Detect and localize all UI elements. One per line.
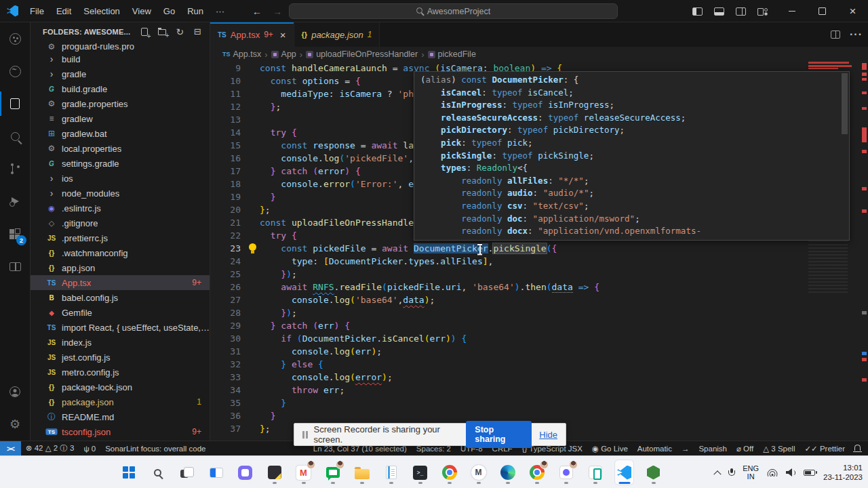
wifi-icon[interactable] [767,469,778,476]
hover-tooltip[interactable]: (alias) const DocumentPicker: { isCancel… [414,71,850,241]
code-line-35[interactable]: 35 } [210,396,868,409]
file-metro.config.js[interactable]: JSmetro.config.js [31,365,210,380]
status-ports[interactable]: ψ 0 [79,441,100,455]
menu-item-file[interactable]: File [24,0,50,22]
status-go-live[interactable]: ◉ Go Live [587,441,633,455]
collapse-folders-button[interactable] [190,24,205,39]
file-.gitignore[interactable]: ◇.gitignore [31,216,210,230]
taskbar-chrome-button[interactable] [440,460,458,485]
activity-run-debug[interactable] [0,185,30,218]
file-index.js[interactable]: JSindex.js [31,335,210,350]
volume-icon[interactable] [786,468,795,476]
activity-docs[interactable] [0,250,30,283]
tab-app.tsx[interactable]: TSApp.tsx9+× [210,22,294,47]
taskbar-phone-link-button[interactable] [586,460,604,485]
clock[interactable]: 13:01 23-11-2023 [823,463,863,482]
activity-account[interactable] [0,375,30,408]
code-line-30[interactable]: 30 if (DocumentPicker.isCancel(err)) { [210,332,868,345]
file-app.tsx[interactable]: TSApp.tsx9+ [31,275,210,290]
code-line-23[interactable]: 23 const pickedFile = await DocumentPick… [210,242,868,255]
file-gemfile[interactable]: ◆Gemfile [31,305,210,320]
taskbar-app-m-button[interactable]: M [469,460,488,485]
code-line-34[interactable]: 34 throw err; [210,384,868,396]
code-line-31[interactable]: 31 console.log(err); [210,345,868,358]
folders-section-title[interactable]: FOLDERS: AWESOME... [43,28,130,36]
file-babel.config.js[interactable]: Bbabel.config.js [31,290,210,305]
taskbar-notepad-button[interactable] [382,460,400,485]
status-remote[interactable]: >< [0,441,21,455]
new-file-button[interactable] [137,24,152,39]
code-line-27[interactable]: 27 console.log('base64',data); [210,293,868,306]
toggle-sidebar-icon[interactable] [692,7,703,16]
status-spell-checker[interactable]: △ 3 Spell [758,441,800,455]
code-line-33[interactable]: 33 console.log(error); [210,371,868,384]
status-prettier[interactable]: ✓✓ Prettier [800,441,850,455]
file-.watchmanconfig[interactable]: {}.watchmanconfig [31,245,210,260]
folder-node-modules[interactable]: ›node_modules [31,186,210,201]
code-editor[interactable]: 9const handleCameraLaunch = async (isCam… [210,62,868,441]
file-build.gradle[interactable]: Gbuild.gradle [31,81,210,96]
tooltip-scrollbar[interactable] [842,73,848,134]
file-gradlew[interactable]: ≡gradlew [31,111,210,126]
code-line-24[interactable]: 24 type: [DocumentPicker.types.allFiles]… [210,255,868,268]
new-folder-button[interactable] [155,24,170,39]
taskbar-chat-button[interactable] [236,460,254,485]
taskbar-start-button[interactable] [119,460,138,485]
code-line-28[interactable]: 28 }); [210,306,868,319]
split-editor-icon[interactable] [831,30,840,39]
taskbar-terminal-button[interactable]: >_ [411,460,429,485]
menu-item-selection[interactable]: Selection [77,0,125,22]
forward-icon[interactable]: → [273,6,282,17]
file-jest.config.js[interactable]: JSjest.config.js [31,350,210,365]
file-.eslintrc.js[interactable]: ◉.eslintrc.js [31,201,210,216]
folder-ios[interactable]: ›ios [31,171,210,186]
activity-explorer[interactable] [0,87,30,120]
activity-extension-circle[interactable] [0,55,30,87]
toggle-panel-icon[interactable] [714,7,724,16]
status-translate-arrow[interactable]: → [677,441,694,455]
language-indicator[interactable]: ENG IN [743,464,759,481]
file-package-lock.json[interactable]: {}package-lock.json [31,380,210,394]
file-.prettierrc.js[interactable]: JS.prettierrc.js [31,230,210,245]
folder-build[interactable]: ›build [31,52,210,66]
status-mic-status[interactable]: ⌀ Off [732,441,758,455]
taskbar-screen-recorder-button[interactable] [557,460,575,485]
customize-layout-icon[interactable] [757,7,768,16]
file-tsconfig.json[interactable]: TStsconfig.json9+ [31,424,210,439]
back-icon[interactable]: ← [252,6,262,17]
status-notifications-bell[interactable] [850,441,868,455]
code-line-26[interactable]: 26 await RNFS.readFile(pickedFile.uri, '… [210,281,868,293]
close-button[interactable] [837,0,868,22]
more-actions-icon[interactable] [850,28,863,41]
taskbar-notes-app-button[interactable] [265,460,283,485]
file-proguard-rules.pro[interactable]: ⚙proguard-rules.pro [31,41,210,52]
menu-item-edit[interactable]: Edit [50,0,77,22]
quick-fix-lightbulb-icon[interactable] [248,243,257,253]
microphone-icon[interactable] [728,468,734,477]
file-readme.md[interactable]: ⓘREADME.md [31,409,210,424]
taskbar-google-chat-button[interactable] [323,460,342,485]
command-center-search[interactable]: AwesomeProject [289,3,618,19]
folder-gradle[interactable]: ›gradle [31,66,210,81]
file-local.properties[interactable]: ⚙local.properties [31,141,210,156]
taskbar-gmail-button[interactable]: M [294,460,313,485]
taskbar-vscode-button[interactable] [615,460,633,485]
breadcrumb-uploadfileonpresshandler[interactable]: uploadFileOnPressHandler [306,49,418,59]
status-translate-target[interactable]: Spanish [694,441,732,455]
hide-link[interactable]: Hide [539,430,557,440]
status-translate-source[interactable]: Automatic [633,441,677,455]
taskbar-edge-button[interactable] [498,460,517,485]
code-line-36[interactable]: 36 } [210,409,868,422]
close-icon[interactable]: × [280,29,286,41]
file-settings.gradle[interactable]: Gsettings.gradle [31,156,210,171]
taskbar-task-view-button[interactable] [178,460,196,485]
stop-sharing-button[interactable]: Stop sharing [466,421,532,448]
tab-package.json[interactable]: {}package.json1 [294,22,380,47]
taskbar-nodejs-button[interactable] [644,460,663,485]
file-import-react-useeffect-usestate-u...[interactable]: TSimport React, { useEffect, useState,u.… [31,320,210,335]
status-problems[interactable]: ⊗ 42 △ 2 ⓘ 3 [21,441,79,455]
refresh-explorer-button[interactable] [172,24,187,39]
activity-extensions[interactable]: 2 [0,218,30,250]
taskbar-widgets-button[interactable] [207,460,225,485]
code-line-32[interactable]: 32 } else { [210,358,868,371]
